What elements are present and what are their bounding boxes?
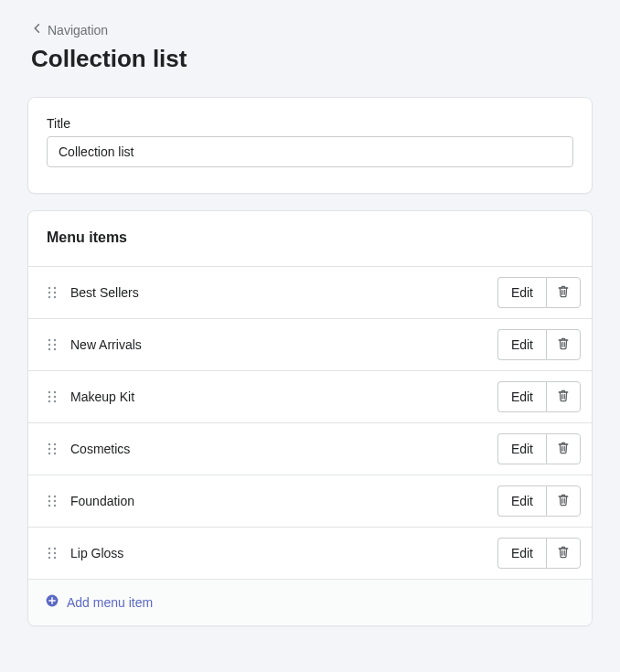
edit-button[interactable]: Edit <box>497 277 546 308</box>
chevron-left-icon <box>31 22 44 37</box>
svg-point-29 <box>54 505 56 507</box>
menu-items-card: Menu items Best SellersEdit New Arrivals… <box>27 210 593 626</box>
svg-point-30 <box>48 548 50 549</box>
menu-item-label: Cosmetics <box>70 442 485 456</box>
menu-item-label: New Arrivals <box>70 337 485 352</box>
title-card: Title <box>27 97 593 194</box>
svg-point-1 <box>54 287 56 289</box>
trash-icon <box>556 336 571 354</box>
menu-item-label: Makeup Kit <box>70 389 485 404</box>
menu-item-actions: Edit <box>497 538 581 569</box>
svg-point-11 <box>54 348 56 350</box>
svg-point-14 <box>48 396 50 398</box>
trash-icon <box>556 441 571 458</box>
menu-item-label: Foundation <box>70 494 485 508</box>
svg-point-6 <box>48 339 50 341</box>
menu-item-label: Lip Gloss <box>70 546 485 560</box>
svg-point-7 <box>54 339 56 341</box>
svg-point-5 <box>54 296 56 298</box>
menu-item-row: CosmeticsEdit <box>28 423 592 475</box>
edit-button[interactable]: Edit <box>497 538 546 569</box>
trash-icon <box>556 389 571 406</box>
svg-point-8 <box>48 344 50 346</box>
svg-point-27 <box>54 500 56 502</box>
svg-point-17 <box>54 400 56 402</box>
svg-point-9 <box>54 344 56 346</box>
svg-point-33 <box>54 552 56 554</box>
svg-point-2 <box>48 292 50 293</box>
breadcrumb-back[interactable]: Navigation <box>31 22 593 37</box>
svg-point-21 <box>54 448 56 450</box>
svg-point-24 <box>48 496 50 497</box>
edit-button[interactable]: Edit <box>497 381 546 412</box>
trash-icon <box>556 284 571 302</box>
add-menu-item-label: Add menu item <box>67 595 153 610</box>
title-field-label: Title <box>47 116 573 131</box>
drag-handle-icon[interactable] <box>47 494 58 508</box>
svg-point-31 <box>54 548 56 549</box>
svg-point-15 <box>54 396 56 398</box>
menu-item-actions: Edit <box>497 381 581 412</box>
svg-point-20 <box>48 448 50 450</box>
menu-header: Menu items <box>28 211 592 267</box>
menu-item-actions: Edit <box>497 433 581 464</box>
svg-point-19 <box>54 443 56 445</box>
svg-point-3 <box>54 292 56 293</box>
edit-button[interactable]: Edit <box>497 433 546 464</box>
svg-point-16 <box>48 400 50 402</box>
edit-button[interactable]: Edit <box>497 485 546 517</box>
delete-button[interactable] <box>546 381 581 412</box>
svg-point-13 <box>54 391 56 393</box>
delete-button[interactable] <box>546 433 581 464</box>
svg-point-10 <box>48 348 50 350</box>
delete-button[interactable] <box>546 329 581 360</box>
trash-icon <box>556 493 571 510</box>
drag-handle-icon[interactable] <box>47 546 58 560</box>
svg-point-28 <box>48 505 50 507</box>
plus-circle-icon <box>45 593 59 612</box>
svg-point-26 <box>48 500 50 502</box>
menu-item-row: New ArrivalsEdit <box>28 319 592 371</box>
menu-list: Best SellersEdit New ArrivalsEdit Makeup… <box>28 267 592 580</box>
svg-point-32 <box>48 552 50 554</box>
drag-handle-icon[interactable] <box>47 442 58 456</box>
svg-point-35 <box>54 557 56 559</box>
menu-item-row: Lip GlossEdit <box>28 528 592 580</box>
edit-button[interactable]: Edit <box>497 329 546 360</box>
svg-point-34 <box>48 557 50 559</box>
menu-item-row: Makeup KitEdit <box>28 371 592 423</box>
menu-item-row: Best SellersEdit <box>28 267 592 319</box>
menu-item-actions: Edit <box>497 485 581 517</box>
breadcrumb-label: Navigation <box>48 23 108 37</box>
drag-handle-icon[interactable] <box>47 337 58 352</box>
menu-item-row: FoundationEdit <box>28 475 592 528</box>
delete-button[interactable] <box>546 277 581 308</box>
svg-point-4 <box>48 296 50 298</box>
svg-point-23 <box>54 453 56 454</box>
svg-point-12 <box>48 391 50 393</box>
menu-item-actions: Edit <box>497 329 581 360</box>
menu-item-actions: Edit <box>497 277 581 308</box>
menu-item-label: Best Sellers <box>70 285 485 300</box>
trash-icon <box>556 545 571 562</box>
svg-point-25 <box>54 496 56 497</box>
delete-button[interactable] <box>546 538 581 569</box>
drag-handle-icon[interactable] <box>47 389 58 404</box>
add-menu-item-button[interactable]: Add menu item <box>28 580 592 625</box>
page-title: Collection list <box>31 45 593 73</box>
title-input[interactable] <box>47 136 573 167</box>
menu-header-title: Menu items <box>47 229 573 246</box>
svg-point-22 <box>48 453 50 454</box>
drag-handle-icon[interactable] <box>47 285 58 300</box>
svg-point-0 <box>48 287 50 289</box>
svg-point-18 <box>48 443 50 445</box>
delete-button[interactable] <box>546 485 581 517</box>
